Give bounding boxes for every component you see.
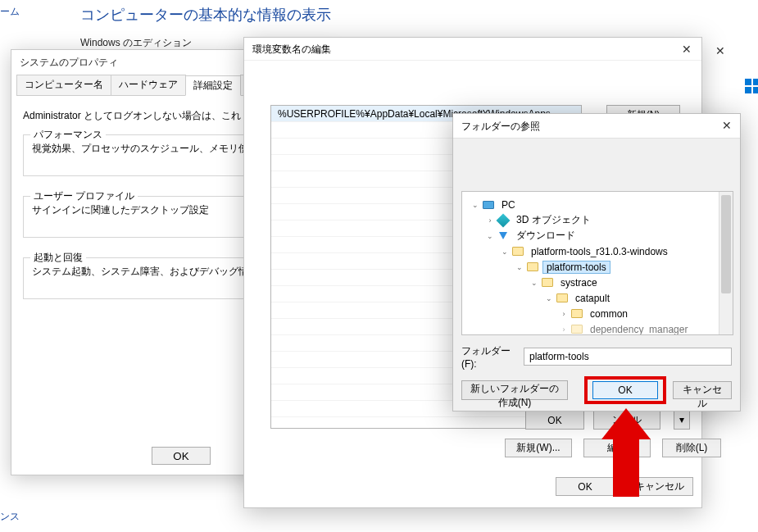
env-ok-button[interactable]: OK	[556, 477, 615, 496]
tree-label-selected: platform-tools	[542, 261, 610, 274]
tree-node-pc[interactable]: ⌄ PC	[465, 197, 729, 212]
tree-label: common	[587, 308, 631, 320]
folder-input[interactable]	[524, 348, 732, 366]
folder-icon	[526, 261, 539, 274]
folder-tree[interactable]: ⌄ PC › 3D オブジェクト ⌄ ダウンロード ⌄ platform-too…	[461, 191, 733, 335]
folder-icon	[570, 323, 583, 336]
tree-node-dependency[interactable]: › dependency_manager	[465, 321, 729, 335]
env-delete-l-button[interactable]: 削除(L)	[662, 439, 721, 457]
browse-cancel-button[interactable]: キャンセル	[673, 381, 732, 399]
startup-group-label: 起動と回復	[30, 251, 86, 265]
expand-toggle-icon[interactable]: ⌄	[529, 279, 539, 287]
page-title: コンピューターの基本的な情報の表示	[0, 0, 758, 25]
footer-link[interactable]: ンス	[0, 510, 20, 524]
env-new-w-button[interactable]: 新規(W)...	[505, 439, 572, 457]
tree-label: catapult	[572, 293, 613, 304]
tree-node-catapult[interactable]: ⌄ catapult	[465, 290, 729, 306]
pc-icon	[482, 198, 495, 211]
expand-toggle-icon[interactable]: ›	[559, 325, 569, 334]
tree-label: dependency_manager	[587, 324, 691, 335]
close-icon[interactable]: ✕	[722, 119, 732, 132]
envedit-lower-cancel-button[interactable]: ンセル	[593, 411, 660, 430]
tree-node-platform-tools-pkg[interactable]: ⌄ platform-tools_r31.0.3-windows	[465, 243, 729, 259]
close-icon[interactable]: ✕	[715, 44, 725, 57]
scrollbar[interactable]	[719, 192, 733, 334]
folder-field-label: フォルダー(F):	[461, 344, 524, 370]
expand-toggle-icon[interactable]: ›	[485, 216, 495, 225]
tree-node-3d[interactable]: › 3D オブジェクト	[465, 212, 729, 228]
new-folder-button[interactable]: 新しいフォルダーの作成(N)	[461, 380, 568, 400]
browse-title: フォルダーの参照	[453, 114, 740, 139]
ok-highlight-box: OK	[584, 376, 666, 404]
home-link[interactable]: ーム	[0, 5, 20, 19]
expand-toggle-icon[interactable]: ⌄	[544, 294, 554, 302]
folder-icon	[570, 307, 583, 321]
folder-icon	[556, 292, 569, 305]
tree-label: platform-tools_r31.0.3-windows	[528, 246, 671, 257]
dropdown-icon[interactable]: ▾	[674, 411, 690, 430]
tree-label: PC	[498, 199, 519, 211]
scrollbar-thumb[interactable]	[721, 195, 731, 293]
windows-logo-icon	[745, 79, 758, 93]
expand-toggle-icon[interactable]: ⌄	[470, 201, 480, 209]
expand-toggle-icon[interactable]: ⌄	[515, 263, 524, 271]
browse-ok-button[interactable]: OK	[592, 381, 658, 399]
close-icon[interactable]: ✕	[682, 43, 692, 56]
tab-advanced[interactable]: 詳細設定	[185, 75, 241, 96]
sysprop-ok-button[interactable]: OK	[152, 447, 211, 465]
expand-toggle-icon[interactable]: ⌄	[485, 232, 495, 240]
expand-toggle-icon[interactable]: ⌄	[500, 248, 510, 256]
envedit-title: 環境変数名の編集	[244, 38, 701, 61]
tree-label: systrace	[557, 277, 601, 289]
tree-node-platform-tools[interactable]: ⌄ platform-tools	[465, 259, 729, 275]
tree-node-systrace[interactable]: ⌄ systrace	[465, 275, 729, 290]
tab-hardware[interactable]: ハードウェア	[111, 75, 186, 95]
env-edit-i-button[interactable]: 編集	[583, 439, 651, 457]
expand-toggle-icon[interactable]: ›	[559, 310, 569, 318]
browse-folder-dialog: フォルダーの参照 ✕ ⌄ PC › 3D オブジェクト ⌄ ダウンロード ⌄ p	[452, 113, 741, 412]
folder-icon	[541, 276, 554, 289]
folder-icon	[511, 245, 524, 258]
tab-computer-name[interactable]: コンピューター名	[16, 75, 111, 95]
tree-label: 3D オブジェクト	[513, 213, 594, 227]
folder-field-row: フォルダー(F):	[461, 347, 732, 366]
tree-node-common[interactable]: › common	[465, 306, 729, 321]
tree-node-downloads[interactable]: ⌄ ダウンロード	[465, 228, 729, 243]
envedit-lower-ok-button[interactable]: OK	[525, 411, 584, 430]
performance-group-label: パフォーマンス	[30, 128, 106, 142]
tree-label: ダウンロード	[513, 229, 579, 243]
userprofile-group-label: ユーザー プロファイル	[30, 189, 138, 203]
env-cancel-button[interactable]: キャンセル	[626, 477, 693, 496]
download-icon	[497, 230, 510, 243]
cube-icon	[497, 214, 510, 227]
